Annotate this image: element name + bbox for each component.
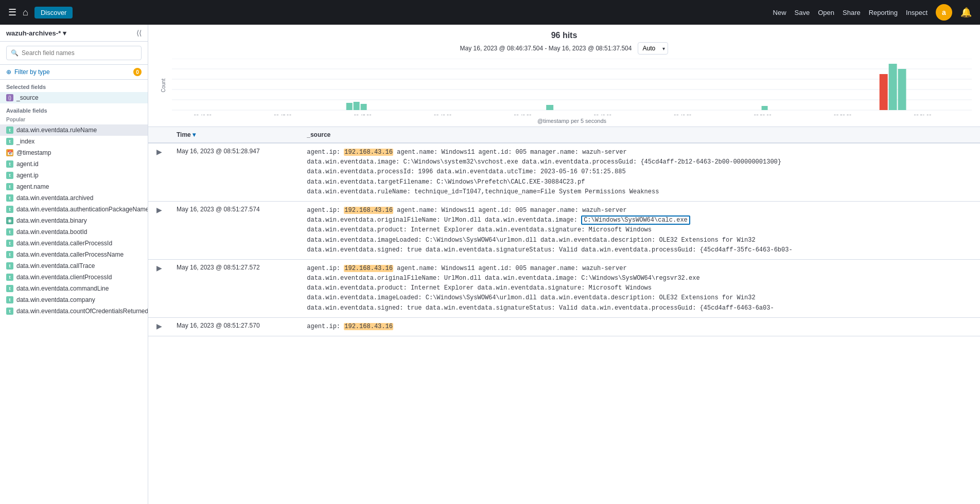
field-key: data.win.eventdata.image:	[307, 158, 403, 166]
list-item[interactable]: t agent.name	[0, 181, 148, 192]
field-type-t-icon: t	[6, 240, 13, 247]
field-name: @timestamp	[16, 149, 51, 156]
field-type-t-icon: t	[6, 172, 13, 179]
list-item[interactable]: t data.win.eventdata.callTrace	[0, 260, 148, 272]
field-val: Microsoft Windows	[589, 226, 652, 233]
collapse-sidebar-button[interactable]: ⟨⟨	[136, 29, 142, 37]
expand-cell: ▶	[148, 259, 170, 317]
list-item[interactable]: t agent.ip	[0, 170, 148, 181]
list-item[interactable]: t data.win.eventdata.callerProcessName	[0, 249, 148, 260]
filter-by-type-label: Filter by type	[14, 68, 50, 76]
field-val: C:\Windows\SysWOW64\urlmon.dll	[426, 294, 537, 301]
svg-text:08:51:00: 08:51:00	[914, 114, 932, 115]
sort-icon: ▾	[192, 131, 196, 138]
list-item[interactable]: t data.win.eventdata.countOfCredentialsR…	[0, 305, 148, 317]
expand-row-button[interactable]: ▶	[154, 322, 164, 330]
search-field-input[interactable]	[22, 49, 137, 57]
list-item[interactable]: t _index	[0, 136, 148, 147]
field-val: wazuh-server	[582, 265, 626, 272]
list-item[interactable]: t agent.id	[0, 158, 148, 170]
list-item[interactable]: t data.win.eventdata.clientProcessId	[0, 272, 148, 283]
table-row: ▶ May 16, 2023 @ 08:51:27.570 agent.ip: …	[148, 317, 980, 336]
source-cell: agent.ip: 192.168.43.16 agent.name: Wind…	[301, 201, 980, 259]
field-name: data.win.eventdata.clientProcessId	[16, 274, 112, 281]
menu-icon[interactable]: ☰	[8, 7, 16, 18]
main-layout: wazuh-archives-* ▾ ⟨⟨ 🔍 ⊕ Filter by type…	[0, 25, 980, 504]
index-name: wazuh-archives-*	[6, 29, 61, 37]
field-key: data.win.eventdata.imageLoaded:	[307, 237, 425, 244]
expand-row-button[interactable]: ▶	[154, 264, 164, 272]
field-name: data.win.eventdata.company	[16, 296, 95, 303]
field-key: data.win.eventdata.product:	[307, 284, 411, 292]
field-key: agent.ip:	[307, 149, 344, 156]
field-name: data.win.eventdata.authenticationPackage…	[16, 206, 148, 213]
home-icon[interactable]: ⌂	[23, 7, 28, 18]
open-button[interactable]: Open	[818, 9, 834, 16]
svg-rect-16	[880, 74, 888, 110]
field-key: data.win.eventdata.processGuid:	[581, 246, 699, 254]
field-type-t-icon: t	[6, 285, 13, 292]
field-key: data.win.eventdata.processId:	[307, 168, 418, 175]
expand-row-button[interactable]: ▶	[154, 206, 164, 214]
alerts-icon[interactable]: 🔔	[960, 7, 972, 18]
list-item[interactable]: t data.win.eventdata.ruleName	[0, 124, 148, 136]
field-key: data.win.eventdata.signed:	[307, 246, 407, 254]
field-key: data.win.eventdata.description:	[540, 294, 659, 301]
field-list: Selected fields {} _source Available fie…	[0, 80, 148, 504]
svg-text:08:50:00: 08:50:00	[754, 114, 772, 115]
list-item[interactable]: t data.win.eventdata.company	[0, 294, 148, 305]
svg-rect-15	[546, 105, 553, 110]
list-item[interactable]: t data.win.eventdata.callerProcessId	[0, 238, 148, 249]
time-cell: May 16, 2023 @ 08:51:27.570	[170, 317, 301, 336]
field-key: data.win.eventdata.imageLoaded:	[307, 294, 425, 301]
field-type-t-icon: t	[6, 183, 13, 190]
field-name: data.win.eventdata.archived	[16, 194, 93, 202]
field-val: C:\Windows\SysWOW64\urlmon.dll	[426, 237, 537, 244]
highlight-ip: 192.168.43.16	[344, 265, 393, 272]
source-cell: agent.ip: 192.168.43.16	[301, 317, 980, 336]
field-val: OLE32 Extensions for Win32	[659, 294, 755, 301]
field-key: agent.ip:	[307, 323, 344, 330]
list-item[interactable]: 📅 @timestamp	[0, 147, 148, 158]
new-button[interactable]: New	[773, 9, 786, 16]
list-item[interactable]: ◉ data.win.eventdata.binary	[0, 215, 148, 226]
field-val: C:\Windows\SysWOW64\regsvr32.exe	[581, 275, 699, 282]
expand-row-button[interactable]: ▶	[154, 148, 164, 156]
field-val: Windows11	[442, 265, 475, 272]
main-content: 96 hits May 16, 2023 @ 08:46:37.504 - Ma…	[148, 25, 980, 504]
search-icon: 🔍	[11, 49, 19, 57]
filter-bar: ⊕ Filter by type 0	[0, 65, 148, 80]
field-name: data.win.eventdata.callTrace	[16, 262, 95, 269]
list-item[interactable]: t data.win.eventdata.commandLine	[0, 283, 148, 294]
field-type-t-icon: t	[6, 138, 13, 145]
reporting-button[interactable]: Reporting	[869, 9, 898, 16]
field-val: Internet Explorer	[411, 226, 474, 233]
svg-rect-13	[354, 102, 360, 110]
avatar[interactable]: a	[936, 4, 952, 21]
field-val: {45cd4aff-2b12-6463-2b00-000000001300}	[640, 158, 781, 166]
field-val: UrlMon.dll	[444, 275, 481, 282]
field-key: data.win.eventdata.product:	[307, 226, 411, 233]
field-key: data.win.eventdata.originalFileName:	[307, 275, 444, 282]
svg-text:08:50:30: 08:50:30	[834, 114, 852, 115]
share-button[interactable]: Share	[843, 9, 861, 16]
field-type-t-icon: t	[6, 251, 13, 258]
inspect-button[interactable]: Inspect	[906, 9, 927, 16]
interval-select[interactable]: Auto	[638, 42, 668, 55]
list-item[interactable]: t data.win.eventdata.archived	[0, 192, 148, 204]
field-key: data.win.eventdata.processGuid:	[522, 158, 640, 166]
field-key: data.win.eventdata.originalFileName:	[307, 217, 444, 224]
list-item[interactable]: t data.win.eventdata.bootId	[0, 226, 148, 238]
field-type-t-icon: t	[6, 206, 13, 213]
list-item[interactable]: t data.win.eventdata.authenticationPacka…	[0, 204, 148, 215]
discover-badge[interactable]: Discover	[34, 7, 73, 19]
selected-field-source[interactable]: {} _source	[0, 92, 148, 103]
field-key: agent.ip:	[307, 265, 344, 272]
save-button[interactable]: Save	[795, 9, 810, 16]
table-row: ▶ May 16, 2023 @ 08:51:28.947 agent.ip: …	[148, 143, 980, 201]
field-name: data.win.eventdata.callerProcessName	[16, 251, 124, 258]
index-selector[interactable]: wazuh-archives-* ▾	[6, 29, 66, 37]
timestamp: May 16, 2023 @ 08:51:27.570	[177, 322, 260, 329]
time-column-header[interactable]: Time ▾	[170, 127, 301, 143]
filter-by-type-button[interactable]: ⊕ Filter by type	[6, 68, 50, 76]
